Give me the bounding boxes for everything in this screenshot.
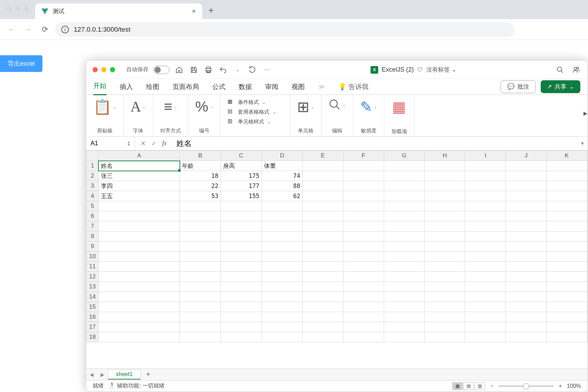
- cell[interactable]: [343, 322, 384, 332]
- cell[interactable]: [506, 181, 547, 191]
- sheet-prev-icon[interactable]: ◀: [86, 372, 97, 377]
- cell[interactable]: [384, 332, 424, 342]
- zoom-slider[interactable]: [498, 385, 554, 387]
- name-box[interactable]: A1 ▲▼: [86, 137, 135, 150]
- cell[interactable]: [221, 332, 262, 342]
- cell[interactable]: [98, 312, 180, 322]
- search-icon[interactable]: [555, 65, 565, 75]
- cell[interactable]: 18: [180, 171, 221, 181]
- zoom-in-button[interactable]: +: [559, 383, 562, 389]
- ribbon-scroll-right[interactable]: ▸: [583, 109, 587, 118]
- cell[interactable]: [547, 322, 587, 332]
- col-header[interactable]: K: [547, 151, 587, 161]
- cell[interactable]: [302, 282, 343, 292]
- tab-review[interactable]: 审阅: [265, 80, 278, 94]
- cell[interactable]: [302, 332, 343, 342]
- cell[interactable]: 李四: [98, 181, 180, 191]
- cell[interactable]: [465, 231, 506, 242]
- cell[interactable]: [547, 302, 587, 312]
- cell[interactable]: [262, 322, 302, 332]
- new-tab-button[interactable]: +: [202, 5, 220, 19]
- col-header[interactable]: D: [262, 151, 302, 161]
- cell[interactable]: [262, 282, 302, 292]
- formula-input[interactable]: 姓名: [172, 138, 578, 149]
- people-icon[interactable]: [571, 65, 581, 75]
- cell[interactable]: [547, 181, 587, 191]
- cell[interactable]: [302, 252, 343, 262]
- cell[interactable]: [465, 171, 506, 181]
- cell[interactable]: [262, 292, 302, 302]
- ribbon-edit[interactable]: ⌄ 编辑: [321, 95, 353, 136]
- cell[interactable]: [384, 292, 424, 302]
- cell[interactable]: [547, 161, 587, 171]
- cell[interactable]: [180, 211, 221, 221]
- ribbon-sensitivity[interactable]: ✎⌄ 敏感度: [353, 95, 384, 136]
- tab-view[interactable]: 视图: [292, 80, 305, 94]
- tab-formulas[interactable]: 公式: [212, 80, 225, 94]
- window-close-dot[interactable]: [6, 6, 11, 11]
- row-header[interactable]: 11: [87, 262, 99, 272]
- normal-view-button[interactable]: ▦: [452, 382, 463, 390]
- cell[interactable]: [384, 171, 424, 181]
- cell[interactable]: [465, 272, 506, 282]
- cell[interactable]: [547, 231, 587, 242]
- cell[interactable]: [302, 201, 343, 211]
- cell[interactable]: [262, 231, 302, 242]
- cell[interactable]: [465, 252, 506, 262]
- cell[interactable]: [343, 181, 384, 191]
- add-sheet-button[interactable]: +: [141, 370, 156, 378]
- col-header[interactable]: H: [424, 151, 465, 161]
- cell[interactable]: [506, 312, 547, 322]
- cancel-formula-icon[interactable]: ✕: [141, 140, 146, 147]
- cell[interactable]: [384, 312, 424, 322]
- cell[interactable]: [424, 221, 465, 231]
- cell[interactable]: [343, 302, 384, 312]
- cell[interactable]: [424, 292, 465, 302]
- cell[interactable]: [180, 242, 221, 252]
- accept-formula-icon[interactable]: ✓: [151, 140, 157, 147]
- row-header[interactable]: 14: [87, 292, 99, 302]
- cell[interactable]: [384, 161, 424, 171]
- cell[interactable]: [465, 201, 506, 211]
- tags-dropdown[interactable]: 没有标签 ⌄: [426, 66, 456, 74]
- accessibility-status[interactable]: 🕺 辅助功能: 一切就绪: [109, 382, 165, 390]
- row-header[interactable]: 1: [87, 161, 99, 171]
- cell[interactable]: [424, 332, 465, 342]
- cell[interactable]: [424, 181, 465, 191]
- row-header[interactable]: 8: [87, 231, 99, 242]
- cell[interactable]: [262, 272, 302, 282]
- cell[interactable]: [180, 302, 221, 312]
- ribbon-font[interactable]: A⌄ 字体: [124, 95, 153, 136]
- cell[interactable]: [262, 211, 302, 221]
- cell[interactable]: [384, 322, 424, 332]
- more-icon[interactable]: ⋯: [262, 65, 272, 75]
- cell[interactable]: [221, 302, 262, 312]
- cell[interactable]: [424, 262, 465, 272]
- cell[interactable]: [180, 221, 221, 231]
- cell[interactable]: [424, 201, 465, 211]
- cell[interactable]: [180, 272, 221, 282]
- cell[interactable]: [424, 191, 465, 201]
- undo-dropdown-icon[interactable]: ⌄: [233, 65, 243, 75]
- cell[interactable]: [98, 282, 180, 292]
- cell[interactable]: [384, 201, 424, 211]
- row-header[interactable]: 13: [87, 282, 99, 292]
- cell[interactable]: [302, 181, 343, 191]
- cell[interactable]: [343, 282, 384, 292]
- maximize-window-button[interactable]: [110, 67, 115, 72]
- window-min-dot[interactable]: [15, 6, 20, 11]
- cell[interactable]: 74: [262, 171, 302, 181]
- cell[interactable]: [384, 242, 424, 252]
- print-icon[interactable]: [204, 65, 213, 75]
- row-header[interactable]: 15: [87, 302, 99, 312]
- cell[interactable]: [465, 312, 506, 322]
- cell[interactable]: [262, 221, 302, 231]
- cell[interactable]: [384, 262, 424, 272]
- cell[interactable]: [384, 252, 424, 262]
- cell[interactable]: 张三: [98, 171, 180, 181]
- conditional-format-button[interactable]: ▦条件格式 ⌄: [228, 98, 277, 106]
- cell[interactable]: [343, 292, 384, 302]
- cell[interactable]: [424, 272, 465, 282]
- spreadsheet-grid[interactable]: ABCDEFGHIJK1姓名年龄身高体重2张三18175743李四2217788…: [86, 150, 587, 368]
- cell[interactable]: [506, 302, 547, 312]
